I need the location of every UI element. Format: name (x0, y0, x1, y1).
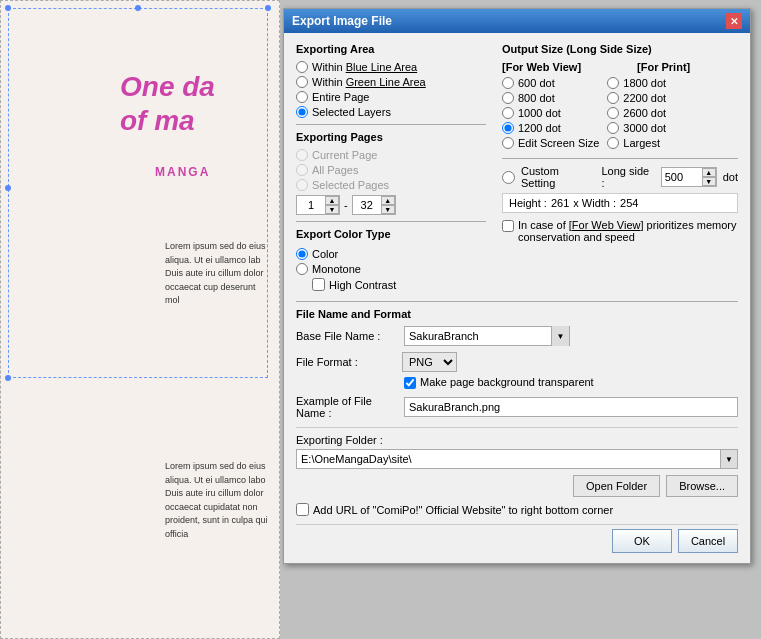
color-label-color: Color (312, 248, 338, 260)
print-3000: 3000 dot (607, 122, 666, 134)
page-label-all: All Pages (312, 164, 358, 176)
url-checkbox[interactable] (296, 503, 309, 516)
web-label-800: 800 dot (518, 92, 555, 104)
height-value: 261 (551, 197, 569, 209)
print-radio-2600[interactable] (607, 107, 619, 119)
web-label-edit: Edit Screen Size (518, 137, 599, 149)
area-radio-selected[interactable] (296, 106, 308, 118)
color-radio-color[interactable] (296, 248, 308, 260)
example-file-name-input[interactable]: SakuraBranch.png (404, 397, 738, 417)
custom-setting-row: Custom Setting Long side : 500 ▲ ▼ dot (502, 165, 738, 189)
output-options-container: 600 dot 800 dot 1000 dot 1200 dot (502, 77, 738, 152)
width-value: 254 (620, 197, 638, 209)
web-options: 600 dot 800 dot 1000 dot 1200 dot (502, 77, 599, 152)
page-radio-current[interactable] (296, 149, 308, 161)
long-side-up[interactable]: ▲ (702, 168, 716, 177)
page-label-selected: Selected Pages (312, 179, 389, 191)
print-label-largest: Largest (623, 137, 660, 149)
page-from-down[interactable]: ▼ (325, 205, 339, 214)
action-buttons: OK Cancel (296, 524, 738, 553)
page-to-input[interactable]: 32 (353, 196, 381, 214)
open-folder-button[interactable]: Open Folder (573, 475, 660, 497)
base-file-name-arrow[interactable]: ▼ (551, 326, 569, 346)
web-view-label: [For Web View] (502, 61, 581, 73)
long-side-spinners: ▲ ▼ (702, 168, 716, 186)
page-from-input[interactable]: 1 (297, 196, 325, 214)
manga-text-2: Lorem ipsum sed do eius aliqua. Ut ei ul… (165, 460, 270, 541)
page-option-current: Current Page (296, 149, 486, 161)
long-side-down[interactable]: ▼ (702, 177, 716, 186)
hw-row: Height : 261 x Width : 254 (502, 193, 738, 213)
web-radio-1000[interactable] (502, 107, 514, 119)
page-option-selected: Selected Pages (296, 179, 486, 191)
print-largest: Largest (607, 137, 666, 149)
folder-path-input[interactable]: E:\OneMangaDay\site\ (296, 449, 720, 469)
base-file-name-input[interactable]: SakuraBranch (405, 329, 551, 343)
page-label-current: Current Page (312, 149, 377, 161)
manga-title: One da of ma (120, 70, 215, 137)
close-button[interactable]: ✕ (726, 13, 742, 29)
example-label: Example of File Name : (296, 395, 396, 419)
export-color-title: Export Color Type (296, 228, 486, 240)
transparent-checkbox[interactable] (404, 377, 416, 389)
long-side-input[interactable]: 500 (662, 168, 702, 186)
high-contrast-checkbox[interactable] (312, 278, 325, 291)
page-to-up[interactable]: ▲ (381, 196, 395, 205)
page-from-spinners: ▲ ▼ (325, 196, 339, 214)
print-radio-2200[interactable] (607, 92, 619, 104)
page-from-up[interactable]: ▲ (325, 196, 339, 205)
web-radio-1200[interactable] (502, 122, 514, 134)
url-checkbox-row: Add URL of "ComiPo!" Official Website" t… (296, 503, 738, 516)
long-side-input-wrap: 500 ▲ ▼ (661, 167, 717, 187)
page-range-row: 1 ▲ ▼ - 32 ▲ ▼ (296, 195, 486, 215)
area-radio-blue[interactable] (296, 61, 308, 73)
web-radio-edit[interactable] (502, 137, 514, 149)
custom-radio[interactable] (502, 171, 515, 184)
manga-text-1: Lorem ipsum sed do eius aliqua. Ut ei ul… (165, 240, 270, 308)
webview-checkbox-row: In case of [For Web View] prioritizes me… (502, 219, 738, 243)
area-radio-entire[interactable] (296, 91, 308, 103)
folder-buttons: Open Folder Browse... (296, 475, 738, 497)
cancel-button[interactable]: Cancel (678, 529, 738, 553)
print-radio-3000[interactable] (607, 122, 619, 134)
web-label-1200: 1200 dot (518, 122, 561, 134)
web-edit: Edit Screen Size (502, 137, 599, 149)
file-format-select[interactable]: PNG JPEG BMP TIFF (402, 352, 457, 372)
web-label-600: 600 dot (518, 77, 555, 89)
area-label-green: Within Green Line Area (312, 76, 426, 88)
exporting-area-title: Exporting Area (296, 43, 486, 55)
web-1000: 1000 dot (502, 107, 599, 119)
print-radio-largest[interactable] (607, 137, 619, 149)
page-to-down[interactable]: ▼ (381, 205, 395, 214)
selection-border-blue (8, 8, 268, 378)
web-radio-600[interactable] (502, 77, 514, 89)
web-label-1000: 1000 dot (518, 107, 561, 119)
height-label: Height : (509, 197, 547, 209)
manga-label: MANGA (155, 165, 210, 179)
exporting-pages-options: Current Page All Pages Selected Pages (296, 149, 486, 191)
area-radio-green[interactable] (296, 76, 308, 88)
file-format-label: File Format : (296, 356, 396, 368)
file-name-section: File Name and Format Base File Name : Sa… (296, 308, 738, 419)
print-radio-1800[interactable] (607, 77, 619, 89)
dot-label: dot (723, 171, 738, 183)
page-radio-all[interactable] (296, 164, 308, 176)
page-radio-selected[interactable] (296, 179, 308, 191)
browse-button[interactable]: Browse... (666, 475, 738, 497)
export-color-options: Color Monotone High Contrast (296, 248, 486, 291)
webview-checkbox[interactable] (502, 220, 514, 232)
transparent-checkbox-row: Make page background transparent (404, 376, 738, 389)
print-label-2200: 2200 dot (623, 92, 666, 104)
color-option-highcontrast: High Contrast (312, 278, 486, 291)
area-option-selected: Selected Layers (296, 106, 486, 118)
color-option-mono: Monotone (296, 263, 486, 275)
color-radio-mono[interactable] (296, 263, 308, 275)
output-size-title: Output Size (Long Side Size) (502, 43, 738, 55)
ok-button[interactable]: OK (612, 529, 672, 553)
web-radio-800[interactable] (502, 92, 514, 104)
folder-label: Exporting Folder : (296, 434, 738, 446)
base-file-name-label: Base File Name : (296, 330, 396, 342)
folder-dropdown-arrow[interactable]: ▼ (720, 449, 738, 469)
print-label-1800: 1800 dot (623, 77, 666, 89)
x-label: x Width : (573, 197, 616, 209)
